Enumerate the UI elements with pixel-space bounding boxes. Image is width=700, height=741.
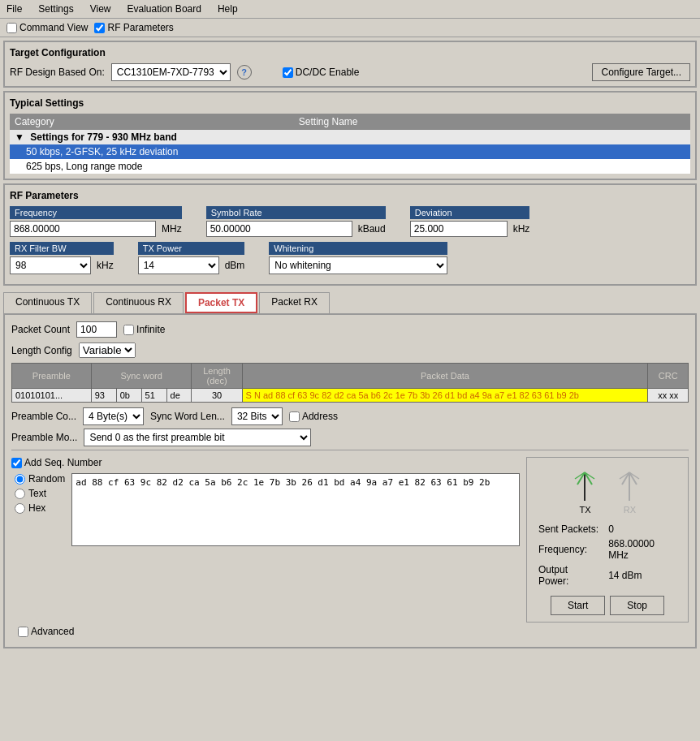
rf-design-select[interactable]: CC1310EM-7XD-7793: [111, 63, 231, 81]
toolbar: Command View RF Parameters: [0, 19, 700, 37]
tab-continuous-rx[interactable]: Continuous RX: [93, 292, 184, 313]
advanced-checkbox[interactable]: [18, 627, 28, 637]
add-seq-checkbox[interactable]: [11, 458, 22, 468]
frequency-row: MHz: [10, 221, 182, 237]
packet-data-value[interactable]: S N ad 88 cf 63 9c 82 d2 ca 5a b6 2c 1e …: [242, 389, 648, 403]
symbol-rate-field: Symbol Rate kBaud: [206, 206, 386, 237]
add-seq-toggle[interactable]: Add Seq. Number: [11, 457, 102, 468]
packet-data-row: 01010101... 93 0b 51 de 30 S N ad 88 cf …: [12, 389, 689, 403]
col-category: Category: [10, 114, 294, 130]
sync-word-len-label: Sync Word Len...: [150, 411, 225, 422]
preamble-mode-select[interactable]: Send 0 as the first preamble bit: [84, 429, 311, 446]
menu-help[interactable]: Help: [214, 2, 241, 16]
hex-radio-label[interactable]: Hex: [15, 502, 65, 514]
rf-parameters-checkbox[interactable]: [94, 23, 105, 33]
data-textarea[interactable]: ad 88 cf 63 9c 82 d2 ca 5a b6 2c 1e 7b 3…: [71, 473, 520, 546]
preamble-value[interactable]: 01010101...: [12, 389, 92, 403]
menubar: File Settings View Evaluation Board Help: [0, 0, 700, 19]
advanced-toggle[interactable]: Advanced: [18, 626, 74, 637]
text-radio[interactable]: [15, 489, 25, 499]
length-config-row: Length Config Variable: [11, 342, 689, 358]
menu-settings[interactable]: Settings: [35, 2, 76, 16]
tx-rx-icons: TX RX: [571, 464, 644, 515]
typical-settings-title: Typical Settings: [10, 97, 690, 109]
settings-item-0[interactable]: 50 kbps, 2-GFSK, 25 kHz deviation: [10, 144, 690, 159]
infinite-toggle[interactable]: Infinite: [123, 324, 165, 335]
address-checkbox[interactable]: [289, 411, 300, 422]
whitening-select[interactable]: No whitening: [269, 256, 447, 274]
stat-sent-value: 0: [605, 523, 680, 536]
col-crc: CRC: [648, 364, 689, 389]
tab-continuous-tx[interactable]: Continuous TX: [3, 292, 92, 313]
data-section: Add Seq. Number Random Text Hex: [11, 457, 689, 623]
hex-radio[interactable]: [15, 503, 25, 514]
frequency-label: Frequency: [10, 206, 182, 219]
stat-power-value: 14 dBm: [605, 563, 680, 588]
dc-dc-toggle[interactable]: DC/DC Enable: [283, 67, 360, 78]
rx-antenna-svg: [616, 464, 644, 505]
rx-filter-label: RX Filter BW: [10, 242, 114, 255]
preamble-count-select[interactable]: 4 Byte(s): [83, 407, 144, 425]
dc-dc-checkbox[interactable]: [283, 67, 293, 78]
rf-parameters-label: RF Parameters: [107, 22, 173, 33]
address-label: Address: [302, 411, 338, 422]
length-config-label: Length Config: [11, 345, 72, 356]
sync-val-3[interactable]: de: [166, 389, 192, 403]
tx-power-unit: dBm: [225, 260, 245, 271]
col-setting-name: Setting Name: [294, 114, 690, 130]
stat-sent-label: Sent Packets:: [535, 523, 603, 536]
help-button[interactable]: ?: [237, 65, 252, 80]
col-length: Length (dec): [192, 364, 242, 389]
menu-evaluation-board[interactable]: Evaluation Board: [124, 2, 205, 16]
stat-output-power: Output Power: 14 dBm: [535, 563, 680, 588]
preamble-config-row: Preamble Co... 4 Byte(s) Sync Word Len..…: [11, 407, 689, 425]
menu-file[interactable]: File: [3, 2, 25, 16]
length-value[interactable]: 30: [192, 389, 242, 403]
symbol-rate-input[interactable]: [206, 221, 352, 237]
rx-icon: RX: [616, 464, 644, 515]
preamble-count-label: Preamble Co...: [11, 411, 76, 422]
whitening-label: Whitening: [269, 242, 447, 255]
random-radio[interactable]: [15, 474, 25, 485]
start-button[interactable]: Start: [551, 596, 605, 615]
length-config-select[interactable]: Variable: [79, 342, 136, 358]
crc-value: xx xx: [648, 389, 689, 403]
infinite-checkbox[interactable]: [123, 325, 134, 335]
tx-icon: TX: [571, 464, 599, 515]
command-view-checkbox[interactable]: [6, 23, 17, 33]
frequency-field: Frequency MHz: [10, 206, 182, 237]
rx-filter-select[interactable]: 98: [10, 256, 91, 274]
tab-packet-rx[interactable]: Packet RX: [259, 292, 330, 313]
random-radio-label[interactable]: Random: [15, 473, 65, 485]
deviation-input[interactable]: [410, 221, 508, 237]
stop-button[interactable]: Stop: [610, 596, 664, 615]
frequency-input[interactable]: [10, 221, 156, 237]
stat-frequency: Frequency: 868.00000 MHz: [535, 537, 680, 562]
address-toggle[interactable]: Address: [289, 411, 338, 422]
settings-item-1[interactable]: 625 bps, Long range mode: [10, 159, 690, 174]
settings-table: Category Setting Name ▼ Settings for 779…: [10, 114, 690, 174]
text-radio-label[interactable]: Text: [15, 488, 65, 499]
packet-count-input[interactable]: [76, 321, 117, 338]
sync-val-1[interactable]: 0b: [116, 389, 141, 403]
stats-table: Sent Packets: 0 Frequency: 868.00000 MHz…: [534, 521, 681, 589]
tab-packet-tx[interactable]: Packet TX: [185, 292, 257, 313]
sync-val-2[interactable]: 51: [141, 389, 166, 403]
symbol-rate-row: kBaud: [206, 221, 386, 237]
rf-parameters-toggle[interactable]: RF Parameters: [94, 22, 173, 33]
sync-val-0[interactable]: 93: [91, 389, 116, 403]
stat-sent-packets: Sent Packets: 0: [535, 523, 680, 536]
data-type-radio-group: Random Text Hex: [11, 473, 65, 546]
sync-word-len-select[interactable]: 32 Bits: [231, 407, 283, 425]
stat-freq-value: 868.00000 MHz: [605, 537, 680, 562]
rf-design-label: RF Design Based On:: [10, 67, 105, 78]
command-view-toggle[interactable]: Command View: [6, 22, 88, 33]
deviation-row: kHz: [410, 221, 530, 237]
dc-dc-label: DC/DC Enable: [296, 67, 360, 78]
menu-view[interactable]: View: [87, 2, 115, 16]
configure-target-button[interactable]: Configure Target...: [592, 63, 690, 81]
advanced-label: Advanced: [31, 626, 74, 637]
whitening-field: Whitening No whitening: [269, 242, 447, 274]
tx-power-select[interactable]: 14: [138, 256, 219, 274]
preamble-mode-row: Preamble Mo... Send 0 as the first pream…: [11, 429, 689, 446]
